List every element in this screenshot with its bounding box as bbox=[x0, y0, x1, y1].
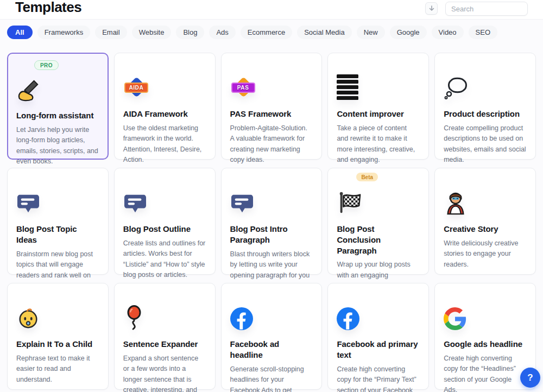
card-description: Create compelling product descriptions t… bbox=[444, 123, 527, 166]
card-title: Explain It To a Child bbox=[16, 339, 99, 350]
card-description: Problem-Agitate-Solution. A valuable fra… bbox=[230, 123, 313, 166]
template-card-content-improver[interactable]: Content improver Take a piece of content… bbox=[327, 53, 429, 160]
tab-all[interactable]: All bbox=[7, 26, 33, 39]
template-card-blog-post-topic-ideas[interactable]: Blog Post Topic Ideas Brainstorm new blo… bbox=[7, 168, 109, 275]
tab-frameworks[interactable]: Frameworks bbox=[37, 26, 91, 39]
page-title: Templates bbox=[15, 0, 81, 16]
checkered-flag-icon bbox=[337, 190, 420, 215]
top-bar: Templates bbox=[0, 0, 543, 20]
facebook-icon bbox=[230, 305, 313, 330]
template-card-facebook-ad-primary-text[interactable]: Facebook ad primary text Create high con… bbox=[327, 283, 429, 390]
template-card-sentence-expander[interactable]: Sentence Expander Expand a short sentenc… bbox=[114, 283, 216, 390]
template-card-long-form-assistant[interactable]: PRO Long-form assistant Let Jarvis help … bbox=[7, 53, 109, 160]
google-icon bbox=[444, 305, 527, 330]
arrow-down-icon bbox=[429, 5, 434, 11]
card-title: Sentence Expander bbox=[123, 339, 206, 350]
card-title: Product description bbox=[444, 109, 527, 119]
tab-new[interactable]: New bbox=[357, 26, 385, 39]
card-title: Facebook ad primary text bbox=[337, 339, 420, 361]
template-card-pas-framework[interactable]: PAS PAS Framework Problem-Agitate-Soluti… bbox=[221, 53, 323, 160]
template-card-creative-story[interactable]: Creative Story Write deliciously creativ… bbox=[434, 168, 536, 275]
card-description: Create high converting copy for the “Hea… bbox=[444, 353, 527, 392]
card-title: Blog Post Conclusion Paragraph bbox=[337, 224, 420, 256]
aida-badge-icon: AIDA bbox=[123, 75, 206, 100]
template-card-blog-post-conclusion-paragraph[interactable]: Beta Blog Post Conclusion Paragraph Wrap… bbox=[327, 168, 429, 275]
balloon-icon bbox=[123, 305, 206, 330]
card-title: AIDA Framework bbox=[123, 109, 206, 119]
text-lines-icon bbox=[337, 75, 420, 100]
tab-video[interactable]: Video bbox=[432, 26, 464, 39]
card-description: Create lists and outlines for articles. … bbox=[123, 238, 206, 281]
template-card-blog-post-outline[interactable]: Blog Post Outline Create lists and outli… bbox=[114, 168, 216, 275]
card-title: Google ads headline bbox=[444, 339, 527, 350]
card-title: Content improver bbox=[337, 109, 420, 119]
speech-bubble-icon bbox=[230, 190, 313, 215]
thought-bubble-icon bbox=[444, 75, 527, 100]
template-grid: PRO Long-form assistant Let Jarvis help … bbox=[7, 53, 536, 390]
category-tabs: All Frameworks Email Website Blog Ads Ec… bbox=[7, 26, 543, 39]
card-title: Long-form assistant bbox=[16, 110, 99, 121]
beta-badge: Beta bbox=[356, 173, 378, 181]
tab-blog[interactable]: Blog bbox=[176, 26, 204, 39]
card-description: Rephrase text to make it easier to read … bbox=[16, 353, 99, 385]
card-title: Blog Post Topic Ideas bbox=[16, 224, 99, 245]
card-title: Facebook ad headline bbox=[230, 339, 313, 361]
superhero-icon bbox=[444, 190, 527, 215]
aida-label: AIDA bbox=[124, 83, 148, 93]
card-title: Blog Post Intro Paragraph bbox=[230, 224, 313, 245]
template-card-aida-framework[interactable]: AIDA AIDA Framework Use the oldest marke… bbox=[114, 53, 216, 160]
card-title: PAS Framework bbox=[230, 109, 313, 119]
tab-email[interactable]: Email bbox=[95, 26, 127, 39]
template-card-blog-post-intro-paragraph[interactable]: Blog Post Intro Paragraph Blast through … bbox=[221, 168, 323, 275]
card-description: Take a piece of content and rewrite it t… bbox=[337, 123, 420, 166]
card-title: Blog Post Outline bbox=[123, 224, 206, 235]
tab-website[interactable]: Website bbox=[132, 26, 172, 39]
tab-ecommerce[interactable]: Ecommerce bbox=[241, 26, 292, 39]
baby-icon bbox=[16, 305, 99, 330]
card-description: Let Jarvis help you write long-form blog… bbox=[16, 125, 99, 167]
card-description: Blast through writers block by letting u… bbox=[230, 249, 313, 281]
card-description: Use the oldest marketing framework in th… bbox=[123, 123, 206, 166]
tab-social-media[interactable]: Social Media bbox=[297, 26, 351, 39]
speech-bubble-icon bbox=[123, 190, 206, 215]
pas-badge-icon: PAS bbox=[230, 75, 313, 100]
pas-label: PAS bbox=[231, 83, 255, 93]
help-button[interactable]: ? bbox=[520, 368, 540, 388]
template-card-facebook-ad-headline[interactable]: Facebook ad headline Generate scroll-sto… bbox=[221, 283, 323, 390]
card-description: Expand a short sentence or a few words i… bbox=[123, 353, 206, 392]
card-description: Generate scroll-stopping headlines for y… bbox=[230, 364, 313, 392]
card-description: Create high converting copy for the “Pri… bbox=[337, 364, 420, 392]
card-description: Write deliciously creative stories to en… bbox=[444, 238, 527, 270]
writing-hand-icon bbox=[16, 77, 99, 102]
pro-badge: PRO bbox=[34, 60, 59, 70]
search-input[interactable] bbox=[445, 2, 528, 16]
speech-bubble-icon bbox=[16, 190, 99, 215]
facebook-icon bbox=[337, 305, 420, 330]
card-title: Creative Story bbox=[444, 224, 527, 235]
tab-ads[interactable]: Ads bbox=[209, 26, 235, 39]
template-card-product-description[interactable]: Product description Create compelling pr… bbox=[434, 53, 536, 160]
question-mark-icon: ? bbox=[527, 372, 533, 383]
tab-seo[interactable]: SEO bbox=[469, 26, 497, 39]
sort-filter-button[interactable] bbox=[425, 2, 438, 15]
template-card-explain-it-to-a-child[interactable]: Explain It To a Child Rephrase text to m… bbox=[7, 283, 109, 390]
tab-google[interactable]: Google bbox=[390, 26, 427, 39]
